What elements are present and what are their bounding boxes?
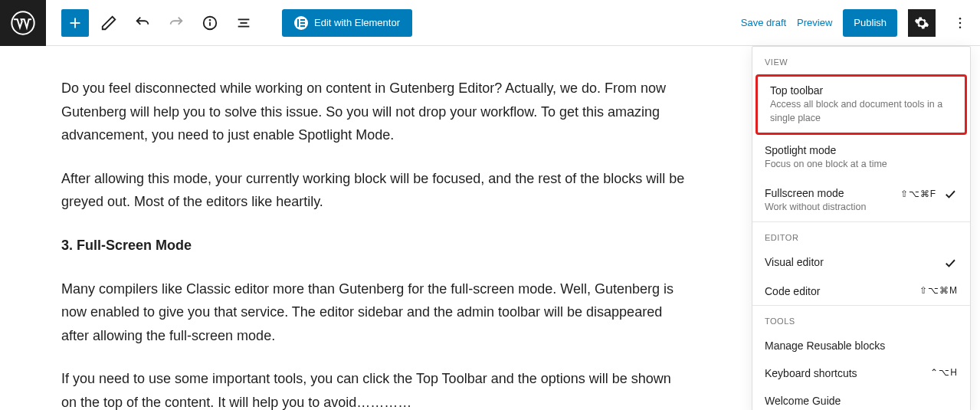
svg-rect-12 <box>300 25 305 27</box>
info-icon <box>202 15 218 31</box>
shortcut: ⇧⌥⌘M <box>919 285 958 296</box>
paragraph[interactable]: Do you feel disconnected while working o… <box>61 77 690 147</box>
elementor-icon <box>294 16 308 30</box>
wordpress-logo[interactable] <box>0 0 46 46</box>
options-dropdown: VIEW Top toolbar Access all block and do… <box>752 46 971 410</box>
more-vertical-icon <box>952 15 968 31</box>
section-label-tools: TOOLS <box>752 306 970 332</box>
pencil-icon <box>100 15 117 31</box>
menu-label: Fullscreen mode <box>765 187 866 199</box>
shortcut: ⇧⌥⌘F <box>900 189 936 199</box>
menu-desc: Focus on one block at a time <box>765 158 887 172</box>
menu-label: Welcome Guide <box>765 395 841 407</box>
details-button[interactable] <box>196 9 224 37</box>
menu-label: Visual editor <box>765 256 824 268</box>
menu-item-top-toolbar[interactable]: Top toolbar Access all block and documen… <box>755 74 967 135</box>
heading[interactable]: 3. Full-Screen Mode <box>61 234 690 257</box>
content-area[interactable]: Do you feel disconnected while working o… <box>0 46 751 410</box>
menu-desc: Work without distraction <box>765 201 866 215</box>
paragraph[interactable]: If you need to use some important tools,… <box>61 367 690 410</box>
wordpress-icon <box>11 11 35 35</box>
menu-desc: Access all block and document tools in a… <box>770 98 952 125</box>
menu-item-code-editor[interactable]: Code editor ⇧⌥⌘M <box>752 277 970 305</box>
paragraph[interactable]: After allowing this mode, your currently… <box>61 167 690 214</box>
menu-label: Keyboard shortcuts <box>765 367 857 379</box>
svg-point-14 <box>959 21 962 24</box>
menu-label: Top toolbar <box>770 84 952 97</box>
section-label-view: VIEW <box>752 47 970 73</box>
redo-icon <box>168 15 185 31</box>
publish-button[interactable]: Publish <box>843 9 897 37</box>
editor-topbar: Edit with Elementor Save draft Preview P… <box>0 0 980 46</box>
gear-icon <box>914 15 929 31</box>
svg-point-13 <box>959 17 962 19</box>
elementor-button[interactable]: Edit with Elementor <box>282 9 412 37</box>
menu-item-reusable-blocks[interactable]: Manage Reusable blocks <box>752 332 970 359</box>
editor-body: Do you feel disconnected while working o… <box>0 46 980 410</box>
svg-rect-10 <box>300 19 305 21</box>
edit-mode-button[interactable] <box>95 9 123 37</box>
shortcut: ⌃⌥H <box>930 367 958 378</box>
check-icon <box>942 256 958 270</box>
more-menu-button[interactable] <box>946 9 974 37</box>
menu-item-welcome-guide[interactable]: Welcome Guide <box>752 387 970 410</box>
svg-point-15 <box>959 26 962 28</box>
menu-item-visual-editor[interactable]: Visual editor <box>752 248 970 277</box>
save-draft-button[interactable]: Save draft <box>741 17 786 28</box>
menu-item-spotlight[interactable]: Spotlight mode Focus on one block at a t… <box>752 136 970 179</box>
undo-icon <box>134 15 151 31</box>
check-icon <box>942 187 958 201</box>
settings-button[interactable] <box>908 9 936 37</box>
menu-label: Code editor <box>765 285 820 297</box>
svg-rect-9 <box>297 19 299 27</box>
outline-button[interactable] <box>230 9 257 37</box>
toolbar-right: Save draft Preview Publish <box>741 9 980 37</box>
paragraph[interactable]: Many compilers like Classic editor more … <box>61 277 690 348</box>
menu-item-keyboard-shortcuts[interactable]: Keyboard shortcuts ⌃⌥H <box>752 359 970 387</box>
undo-button[interactable] <box>129 9 156 37</box>
preview-button[interactable]: Preview <box>797 17 832 28</box>
list-icon <box>235 15 252 31</box>
plus-icon <box>67 15 84 31</box>
menu-label: Spotlight mode <box>765 144 887 156</box>
section-label-editor: EDITOR <box>752 222 970 248</box>
svg-point-5 <box>210 19 211 20</box>
svg-rect-11 <box>300 22 305 24</box>
menu-label: Manage Reusable blocks <box>765 339 885 352</box>
redo-button[interactable] <box>162 9 190 37</box>
menu-item-fullscreen[interactable]: Fullscreen mode Work without distraction… <box>752 179 970 222</box>
add-block-button[interactable] <box>61 9 89 37</box>
svg-point-0 <box>11 11 34 34</box>
elementor-label: Edit with Elementor <box>314 17 400 28</box>
toolbar-left: Edit with Elementor <box>46 9 412 37</box>
